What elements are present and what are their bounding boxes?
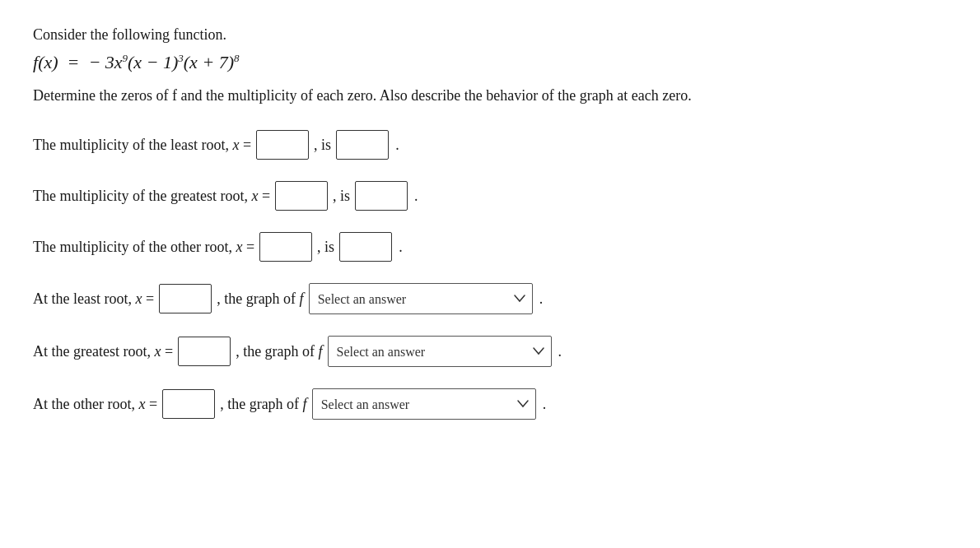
least-root-graph-period: . [539,290,544,308]
greatest-root-graph-period: . [558,343,562,360]
greatest-root-select-wrapper: Select an answer crosses the x-axis touc… [328,336,552,367]
least-root-multiplicity-row: The multiplicity of the least root, x = … [33,130,947,160]
greatest-root-graph-value-input[interactable] [178,337,231,366]
other-root-value-input[interactable] [259,232,312,262]
least-root-graph-row: At the least root, x = , the graph of f … [33,283,947,314]
greatest-root-multiplicity-row: The multiplicity of the greatest root, x… [33,181,947,211]
greatest-root-mult-label: The multiplicity of the greatest root, x… [33,188,270,205]
greatest-root-period: . [414,188,418,205]
description-text: Determine the zeros of f and the multipl… [33,85,947,107]
greatest-root-is-label: , is [333,188,350,205]
consider-text: Consider the following function. [33,26,947,44]
greatest-root-graph-of-label: , the graph of f [236,343,322,360]
least-root-graph-of-label: , the graph of f [217,290,303,308]
other-root-graph-label: At the other root, x = [33,396,157,413]
greatest-root-graph-row: At the greatest root, x = , the graph of… [33,336,947,367]
other-root-graph-value-input[interactable] [162,389,215,419]
least-root-value-input[interactable] [256,130,309,160]
other-root-graph-of-label: , the graph of f [220,396,306,413]
least-root-graph-label: At the least root, x = [33,290,154,308]
least-root-mult-input[interactable] [336,130,389,160]
other-root-select-wrapper: Select an answer crosses the x-axis touc… [312,388,536,420]
least-root-mult-label: The multiplicity of the least root, x = [33,137,251,154]
other-root-mult-label: The multiplicity of the other root, x = [33,239,254,256]
other-root-graph-period: . [543,396,547,413]
least-root-graph-value-input[interactable] [159,284,212,313]
equation-lhs: f(x) = − 3x9(x − 1)3(x + 7)8 [33,52,240,73]
least-root-graph-select[interactable]: Select an answer crosses the x-axis touc… [309,283,533,314]
other-root-graph-row: At the other root, x = , the graph of f … [33,388,947,420]
other-root-graph-select[interactable]: Select an answer crosses the x-axis touc… [312,388,536,420]
greatest-root-value-input[interactable] [275,181,328,211]
other-root-period: . [399,239,403,256]
equation-line: f(x) = − 3x9(x − 1)3(x + 7)8 [33,52,947,73]
other-root-is-label: , is [317,239,334,256]
greatest-root-graph-label: At the greatest root, x = [33,343,173,360]
least-root-period: . [395,137,399,154]
greatest-root-mult-input[interactable] [355,181,408,211]
other-root-mult-input[interactable] [339,232,392,262]
least-root-is-label: , is [314,137,331,154]
other-root-multiplicity-row: The multiplicity of the other root, x = … [33,232,947,262]
least-root-select-wrapper: Select an answer crosses the x-axis touc… [309,283,533,314]
greatest-root-graph-select[interactable]: Select an answer crosses the x-axis touc… [328,336,552,367]
